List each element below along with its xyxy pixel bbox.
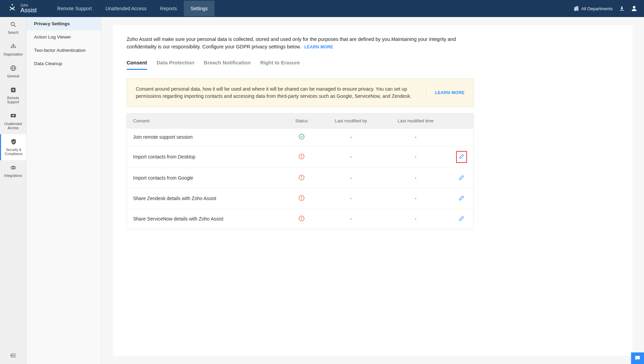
content-wrap: Zoho Assist will make sure your personal… [101,17,644,364]
modified-time: - [382,191,450,206]
download-icon[interactable] [619,5,625,12]
globe-icon [10,65,17,74]
consent-status [283,148,320,166]
app-name: Assist [20,7,37,13]
privacy-tabs: ConsentData ProtectionBreach Notificatio… [127,60,619,70]
modified-by: - [320,191,382,206]
col-header-modified-by: Last modified by [320,113,382,128]
svg-point-4 [13,47,14,48]
svg-point-21 [301,219,302,220]
top-nav-unattended-access[interactable]: Unattended Access [99,1,154,16]
svg-point-5 [15,47,16,48]
table-header-row: Consent Status Last modified by Last mod… [127,113,473,128]
sub-sidebar: Privacy SettingsAction Log ViewerTwo-fac… [27,17,101,364]
pencil-icon [458,175,465,182]
modified-time: - [382,130,450,145]
notice-learn-more-link[interactable]: LEARN MORE [426,90,465,95]
departments-selector[interactable]: All Departments [573,5,613,12]
table-row: Share ServiceNow details with Zoho Assis… [127,209,473,229]
tab-right-to-erasure[interactable]: Right to Erasure [260,60,300,70]
col-header-status: Status [283,113,320,128]
sub-sidebar-data-cleanup[interactable]: Data Cleanup [27,57,101,70]
col-header-modified-time: Last modified time [382,113,450,128]
icon-sidebar: SearchOrganisationGeneralRemote SupportU… [0,17,27,364]
sidebar-icon-organisation[interactable]: Organisation [0,39,26,61]
edit-consent-button[interactable] [457,214,466,224]
consent-name: Import contacts from Google [127,170,283,185]
consent-notice: Consent around personal data, how it wil… [127,78,474,107]
svg-point-0 [12,4,13,5]
modified-by: - [320,170,382,185]
svg-point-17 [301,179,302,179]
sidebar-icon-security-compliance[interactable]: Security & Compliance [0,134,26,160]
monitor-icon [10,112,17,122]
pencil-icon [458,215,465,223]
svg-point-2 [13,44,14,45]
top-nav-remote-support[interactable]: Remote Support [50,1,99,16]
consent-name: Share ServiceNow details with Zoho Assis… [127,211,283,226]
modified-by: - [320,211,382,226]
svg-point-15 [301,157,302,158]
edit-consent-button[interactable] [457,173,466,183]
consent-name: Share Zendesk details with Zoho Assist [127,191,283,206]
plus-icon [10,87,17,96]
chat-fab[interactable] [631,352,644,364]
chat-icon [634,355,641,362]
sub-sidebar-action-log-viewer[interactable]: Action Log Viewer [27,30,101,44]
building-icon [573,5,579,12]
consent-status [283,169,320,187]
sub-sidebar-privacy-settings[interactable]: Privacy Settings [27,17,101,30]
modified-time: - [382,149,450,164]
link-icon [10,164,17,174]
consent-name: Import contacts from Desktop [127,149,283,164]
consent-status [283,128,320,146]
sidebar-icon-search[interactable]: Search [0,17,26,39]
svg-point-13 [299,134,304,139]
learn-more-link[interactable]: LEARN MORE [304,45,333,49]
content-card: Zoho Assist will make sure your personal… [113,25,632,356]
top-nav-settings[interactable]: Settings [184,1,215,16]
top-nav: Remote SupportUnattended AccessReportsSe… [50,1,214,16]
consent-status [283,210,320,228]
consent-name: Join remote support session [127,130,283,145]
assist-logo-icon [7,3,18,14]
search-icon [10,21,17,31]
status-warning-icon [298,217,305,223]
edit-consent-button[interactable] [457,193,466,204]
table-row: Join remote support session - - [127,128,473,146]
modified-time: - [382,170,450,185]
user-icon[interactable] [631,5,637,12]
sidebar-icon-remote-support[interactable]: Remote Support [0,82,26,108]
sidebar-icon-integrations[interactable]: Integrations [0,160,26,182]
edit-consent-button[interactable] [456,151,467,163]
modified-by: - [320,130,382,145]
tab-consent[interactable]: Consent [127,60,147,70]
main-layout: SearchOrganisationGeneralRemote SupportU… [0,17,644,364]
sidebar-icon-unattended-access[interactable]: Unattended Access [0,108,26,134]
status-warning-icon [298,197,305,202]
modified-by: - [320,149,382,164]
sub-sidebar-two-factor-authentication[interactable]: Two-factor Authentication [27,44,101,57]
tab-breach-notification[interactable]: Breach Notification [204,60,251,70]
tab-data-protection[interactable]: Data Protection [157,60,194,70]
pencil-icon [458,195,465,202]
collapse-sidebar-button[interactable] [0,348,26,364]
status-warning-icon [298,155,305,161]
top-nav-reports[interactable]: Reports [154,1,184,16]
notice-text: Consent around personal data, how it wil… [136,86,416,100]
intro-text: Zoho Assist will make sure your personal… [127,35,464,51]
table-row: Import contacts from Desktop - - [127,146,473,168]
org-icon [10,43,17,52]
svg-point-1 [11,22,14,26]
modified-time: - [382,211,450,226]
sidebar-icon-general[interactable]: General [0,61,26,82]
table-row: Share Zendesk details with Zoho Assist -… [127,188,473,209]
pencil-icon [458,153,465,161]
table-row: Import contacts from Google - - [127,168,473,188]
status-warning-icon [298,177,305,182]
svg-point-3 [11,47,12,48]
col-header-consent: Consent [127,113,283,128]
collapse-icon [10,353,16,358]
logo[interactable]: Zoho Assist [7,3,37,14]
svg-point-19 [301,199,302,200]
